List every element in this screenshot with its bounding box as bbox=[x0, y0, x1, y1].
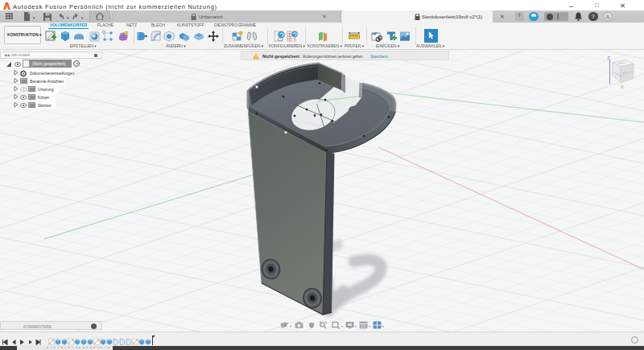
svg-text:X: X bbox=[621, 84, 624, 89]
svg-text:Z: Z bbox=[607, 56, 610, 60]
